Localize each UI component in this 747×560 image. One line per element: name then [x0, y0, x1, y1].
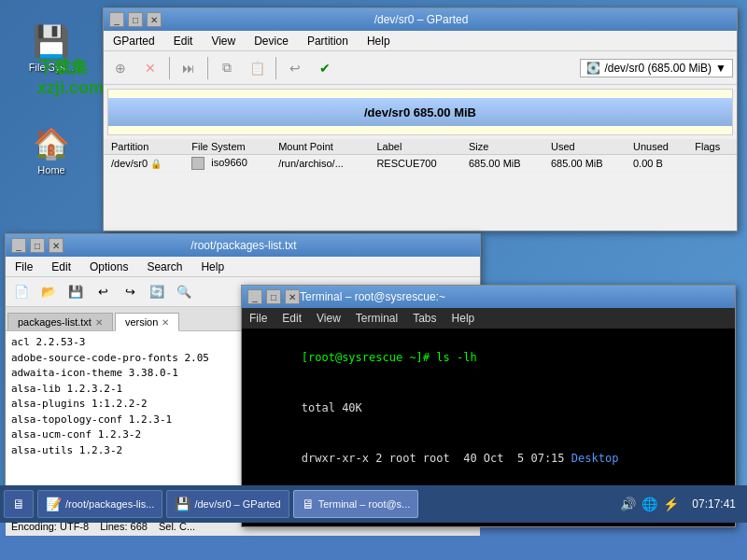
gparted-minimize-btn[interactable]: _: [109, 12, 124, 27]
terminal-line-2: drwxr-xr-x 2 root root 40 Oct 5 07:15 De…: [247, 433, 729, 483]
disk-size-label: 685.00 MiB: [414, 105, 476, 119]
row-size: 685.00 MiB: [461, 155, 543, 173]
gparted-menu-edit[interactable]: Edit: [168, 33, 199, 49]
editor-menu-search[interactable]: Search: [141, 259, 188, 275]
editor-menu-help[interactable]: Help: [195, 259, 230, 275]
tab-label-0: packages-list.txt: [18, 316, 92, 328]
terminal-titlebar: _ □ ✕ Terminal – root@sysrescue:~: [242, 286, 735, 308]
start-icon: 🖥: [12, 497, 25, 511]
terminal-menu-view[interactable]: View: [313, 310, 345, 327]
gparted-maximize-btn[interactable]: □: [128, 12, 143, 27]
gparted-toolbar-copy[interactable]: ⧉: [214, 55, 240, 81]
taskbar: 🖥 📝 /root/packages-lis... 💾 /dev/sr0 – G…: [0, 485, 747, 523]
row-used: 685.00 MiB: [543, 155, 626, 173]
gparted-toolbar-new[interactable]: ⊕: [107, 55, 134, 81]
terminal-line-0: [root@sysrescue ~]# ls -lh: [247, 332, 729, 383]
gparted-title: /dev/sr0 – GParted: [162, 13, 681, 26]
tab-label-1: version: [125, 316, 158, 328]
editor-undo-btn[interactable]: ↩: [91, 280, 115, 304]
terminal-title: Terminal – root@sysrescue:~: [300, 290, 445, 303]
editor-window-controls[interactable]: _ □ ✕: [11, 238, 63, 253]
gparted-window-controls[interactable]: _ □ ✕: [109, 12, 162, 27]
editor-open-btn[interactable]: 📂: [36, 280, 61, 304]
toolbar-separator-2: [207, 57, 208, 79]
editor-minimize-btn[interactable]: _: [11, 238, 26, 253]
editor-menubar: File Edit Options Search Help: [6, 257, 480, 277]
editor-tab-1[interactable]: version ✕: [115, 313, 179, 331]
gparted-disk-bar: /dev/sr0 685.00 MiB: [108, 98, 732, 126]
editor-close-btn[interactable]: ✕: [49, 238, 63, 253]
terminal-output-1: total 40K: [302, 401, 362, 414]
row-filesystem: iso9660: [184, 155, 271, 173]
taskbar-start-btn[interactable]: 🖥: [4, 490, 34, 518]
toolbar-separator-1: [169, 57, 170, 79]
disk-icon: 💽: [586, 62, 600, 75]
row-flags: [687, 155, 737, 173]
gparted-close-btn[interactable]: ✕: [147, 12, 162, 27]
row-partition: /dev/sr0 🔒: [104, 155, 184, 173]
editor-save-btn[interactable]: 💾: [63, 280, 88, 304]
editor-maximize-btn[interactable]: □: [30, 238, 45, 253]
gparted-toolbar-skip[interactable]: ⏭: [176, 55, 202, 81]
watermark: 下载集 xzji.com: [37, 56, 104, 98]
toolbar-separator-3: [275, 57, 276, 79]
editor-menu-options[interactable]: Options: [84, 259, 134, 275]
home-icon: 🏠: [33, 125, 70, 162]
row-label: RESCUE700: [369, 155, 461, 173]
editor-redo2-btn[interactable]: 🔄: [145, 280, 169, 304]
taskbar-icon-1: 💾: [175, 497, 190, 511]
editor-titlebar: _ □ ✕ /root/packages-list.txt: [6, 234, 480, 257]
editor-new-btn[interactable]: 📄: [9, 280, 34, 304]
editor-title: /root/packages-list.txt: [63, 239, 424, 252]
taskbar-power-icon[interactable]: ⚡: [663, 497, 679, 511]
taskbar-item-0[interactable]: 📝 /root/packages-lis...: [37, 490, 162, 518]
tab-close-0[interactable]: ✕: [95, 317, 103, 328]
terminal-menubar: File Edit View Terminal Tabs Help: [242, 308, 735, 329]
gparted-disk-visual: /dev/sr0 685.00 MiB: [107, 89, 733, 135]
gparted-menu-view[interactable]: View: [205, 33, 241, 49]
gparted-toolbar-delete[interactable]: ✕: [137, 55, 163, 81]
table-row[interactable]: /dev/sr0 🔒 iso9660 /run/archiso/... RESC…: [104, 155, 737, 173]
disk-dropdown-icon: ▼: [715, 62, 726, 75]
terminal-close-btn[interactable]: ✕: [285, 289, 300, 304]
terminal-menu-help[interactable]: Help: [448, 310, 479, 327]
gparted-menu-gparted[interactable]: GParted: [107, 33, 161, 49]
gparted-toolbar-paste[interactable]: 📋: [244, 55, 270, 81]
filesystem-icon: 💾: [33, 22, 70, 60]
terminal-menu-file[interactable]: File: [246, 310, 271, 327]
terminal-line-1: total 40K: [247, 383, 729, 433]
terminal-minimize-btn[interactable]: _: [247, 289, 262, 304]
taskbar-item-2[interactable]: 🖥 Terminal – root@s...: [293, 490, 419, 518]
gparted-menu-partition[interactable]: Partition: [302, 33, 354, 49]
gparted-partition-table: Partition File System Mount Point Label …: [104, 139, 737, 173]
editor-tab-0[interactable]: packages-list.txt ✕: [7, 313, 113, 330]
taskbar-volume-icon[interactable]: 🔊: [620, 497, 636, 511]
editor-search-btn[interactable]: 🔍: [172, 280, 196, 304]
gparted-menubar: GParted Edit View Device Partition Help: [104, 31, 737, 51]
terminal-menu-edit[interactable]: Edit: [278, 310, 305, 327]
gparted-menu-device[interactable]: Device: [248, 33, 294, 49]
terminal-menu-tabs[interactable]: Tabs: [409, 310, 440, 327]
disk-selector-label: /dev/sr0 (685.00 MiB): [604, 62, 712, 75]
disk-device-label: /dev/sr0: [364, 105, 410, 119]
gparted-toolbar-apply[interactable]: ✔: [312, 55, 338, 81]
row-mountpoint: /run/archiso/...: [271, 155, 369, 173]
taskbar-right: 🔊 🌐 ⚡ 07:17:41: [620, 497, 743, 511]
gparted-toolbar: ⊕ ✕ ⏭ ⧉ 📋 ↩ ✔ 💽 /dev/sr0 (685.00 MiB) ▼: [104, 51, 737, 85]
taskbar-item-1[interactable]: 💾 /dev/sr0 – GParted: [166, 490, 289, 518]
gparted-disk-selector[interactable]: 💽 /dev/sr0 (685.00 MiB) ▼: [580, 59, 733, 77]
terminal-window-controls[interactable]: _ □ ✕: [247, 289, 300, 304]
taskbar-network-icon[interactable]: 🌐: [641, 497, 657, 511]
taskbar-icon-0: 📝: [46, 497, 62, 511]
editor-redo-btn[interactable]: ↪: [118, 280, 142, 304]
col-partition: Partition: [104, 139, 184, 155]
editor-menu-edit[interactable]: Edit: [46, 259, 77, 275]
tab-close-1[interactable]: ✕: [162, 317, 169, 328]
editor-menu-file[interactable]: File: [9, 259, 38, 275]
fs-color-swatch: [191, 157, 204, 170]
gparted-menu-help[interactable]: Help: [361, 33, 396, 49]
desktop-icon-home[interactable]: 🏠 Home: [19, 121, 84, 179]
terminal-maximize-btn[interactable]: □: [266, 289, 281, 304]
terminal-menu-terminal[interactable]: Terminal: [352, 310, 402, 327]
gparted-toolbar-undo[interactable]: ↩: [282, 55, 308, 81]
